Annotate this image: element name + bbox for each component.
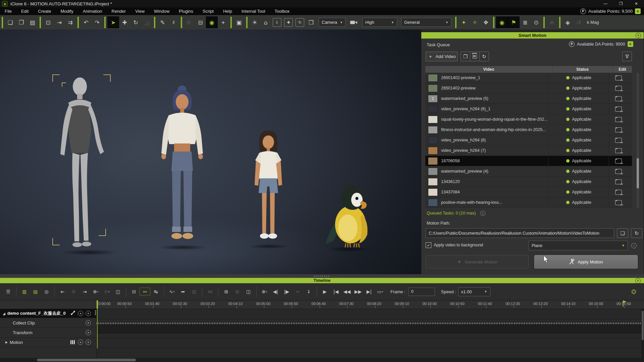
edit-cell[interactable] <box>609 197 628 207</box>
clip-manager-icon[interactable]: ⊟ <box>195 17 206 28</box>
delete-task-button[interactable] <box>470 52 480 61</box>
open-project-icon[interactable]: ❐ <box>16 17 27 28</box>
edit-cell[interactable] <box>609 114 628 124</box>
playhead-handle[interactable] <box>97 300 98 309</box>
generate-motion-button[interactable]: ✦ Generate Motion <box>426 255 529 268</box>
frame-input[interactable]: 0 <box>408 288 435 296</box>
motion-mixer-icon[interactable]: ▥ <box>189 287 200 297</box>
motion-director-icon[interactable]: ⚑ <box>508 16 520 28</box>
bone-icon[interactable] <box>70 310 75 316</box>
export-content-icon[interactable]: ⇉ <box>65 17 76 28</box>
edit-pivot-icon[interactable]: ⌖ <box>218 17 229 28</box>
apply-motion-button[interactable]: Apply Motion <box>534 255 638 268</box>
show-hide-eye-icon[interactable]: ◉ <box>206 16 218 28</box>
edit-cell[interactable] <box>609 83 628 93</box>
home-view-icon[interactable]: ⌂ <box>260 17 271 28</box>
motion-list-icon[interactable]: ≣ <box>520 17 531 28</box>
timeline-vscrollbar[interactable] <box>641 309 644 362</box>
menu-script[interactable]: Script <box>198 7 218 15</box>
character-woman[interactable] <box>153 84 211 249</box>
play-range-icon[interactable]: ▭▾ <box>375 287 386 297</box>
task-row[interactable]: 1watermarked_preview (5)Applicable <box>425 94 632 104</box>
end-frame-flag-icon[interactable] <box>623 300 627 308</box>
task-row[interactable]: watermarked_preview (4)Applicable <box>425 166 632 177</box>
edit-video-icon[interactable] <box>615 190 622 195</box>
range-select-icon[interactable]: ↔ <box>292 287 303 297</box>
pane-layout-icon[interactable]: ◫ <box>243 287 254 297</box>
move-tool-icon[interactable]: ✚ <box>119 17 130 28</box>
edit-video-icon[interactable] <box>615 75 622 80</box>
column-status[interactable]: Status <box>552 66 613 73</box>
restore-button[interactable]: ❐ <box>613 0 629 7</box>
scale-tool-icon[interactable]: ◿ <box>141 17 152 28</box>
edit-video-icon[interactable] <box>615 127 622 132</box>
edit-video-icon[interactable] <box>615 179 622 184</box>
add-object-track-icon[interactable]: ▥ <box>19 287 30 297</box>
fast-backward-icon[interactable]: ◀◀ <box>341 287 353 297</box>
apply-video-checkbox[interactable]: ✓ <box>426 242 431 248</box>
duplicate-task-button[interactable]: ❐ <box>461 52 470 61</box>
track-row[interactable]: Collect Clip✕ <box>0 318 96 328</box>
character-girl[interactable] <box>247 129 290 248</box>
edit-video-icon[interactable] <box>615 117 622 122</box>
task-row[interactable]: positive-male-with-hearing-loss...Applic… <box>425 197 632 208</box>
link-object-icon[interactable]: ⋈ <box>205 287 216 297</box>
edit-cell[interactable] <box>609 125 628 135</box>
object-cube-icon[interactable]: ❖ <box>480 17 491 28</box>
browse-folder-button[interactable]: ❏ <box>617 228 628 238</box>
play-icon[interactable]: ▶ <box>319 287 330 297</box>
track-row[interactable]: ◢demo content_F_衣服去皮_0▾✕ <box>0 309 96 318</box>
mirror-clip-icon[interactable]: ⊘▾ <box>101 287 112 297</box>
prop-reset-icon[interactable]: ↺ <box>573 17 584 28</box>
dual-pane-icon[interactable]: ⊟ <box>128 287 140 297</box>
background-info-icon[interactable]: i <box>631 243 637 248</box>
menu-plugins[interactable]: Plugins <box>174 7 198 15</box>
fit-range-icon[interactable]: ↹ <box>150 287 161 297</box>
task-row[interactable]: video_preview_h264 (8)_1Applicable <box>425 104 632 114</box>
reset-path-button[interactable]: ↻ <box>631 228 642 238</box>
curve-editor-icon[interactable]: ∿▾ <box>166 287 177 297</box>
edit-video-icon[interactable] <box>615 107 622 112</box>
ambient-light-icon[interactable]: ☀ <box>249 17 260 28</box>
close-button[interactable]: ✕ <box>629 0 644 7</box>
task-row[interactable]: 18706058Applicable <box>425 156 632 166</box>
edit-video-icon[interactable] <box>615 200 622 205</box>
edit-video-icon[interactable] <box>615 138 622 143</box>
shift-clip-left-icon[interactable]: ⇤ <box>57 287 68 297</box>
orbit-camera-icon[interactable]: ↻ <box>296 18 304 27</box>
smart-motion-header[interactable]: Smart Motion ✕ <box>421 32 644 39</box>
new-project-icon[interactable]: ❏ <box>5 17 16 28</box>
adjust-sliders-icon[interactable]: ≋ <box>546 17 557 28</box>
align-tool-icon[interactable]: ⊪ <box>184 17 195 28</box>
rotate-tool-icon[interactable]: ↻ <box>130 17 141 28</box>
da-points-add-button[interactable]: + <box>628 41 633 47</box>
screen-layout-icon[interactable]: ▣ <box>233 17 245 28</box>
shift-clip-right-icon[interactable]: ⇥ <box>79 287 90 297</box>
speed-select[interactable]: x1.00▼ <box>458 287 490 296</box>
timeline-header[interactable]: Timeline ✕ <box>0 278 644 283</box>
minimize-button[interactable]: — <box>598 0 613 7</box>
menu-edit[interactable]: Edit <box>16 7 33 15</box>
edit-video-icon[interactable] <box>615 148 622 153</box>
break-clip-icon[interactable]: ◫ <box>112 287 123 297</box>
prev-key-icon[interactable]: ◀| <box>270 287 281 297</box>
loop-toggle-icon[interactable]: ↔ <box>140 288 150 296</box>
track-panel-grip[interactable] <box>95 310 96 315</box>
edit-video-icon[interactable] <box>615 86 622 91</box>
timeline-camera-icon[interactable]: ⏣ <box>628 287 639 297</box>
column-edit[interactable]: Edit <box>613 66 632 73</box>
gizmo-target-icon[interactable]: ⊙ <box>531 17 542 28</box>
fast-forward-icon[interactable]: ▶▶ <box>353 287 364 297</box>
viewport-timeline-splitter[interactable]: •••••••• <box>0 274 644 278</box>
edit-cell[interactable] <box>609 135 628 145</box>
track-list-toggle-icon[interactable]: ☰ <box>3 287 14 297</box>
task-row[interactable]: 26501402-preview_1Applicable <box>425 73 632 83</box>
task-row[interactable]: 13436120Applicable <box>425 177 632 187</box>
import-content-icon[interactable]: ⇥ <box>54 17 65 28</box>
menu-window[interactable]: Window <box>149 7 174 15</box>
refresh-tasks-button[interactable]: ↻ <box>479 52 489 61</box>
menu-file[interactable]: File <box>0 7 16 15</box>
collect-clip-icon[interactable]: ◎ <box>41 287 52 297</box>
motion-retarget-path-icon[interactable]: ➦ <box>177 287 189 297</box>
task-row[interactable]: video_preview_h264 (7)Applicable <box>425 145 632 156</box>
